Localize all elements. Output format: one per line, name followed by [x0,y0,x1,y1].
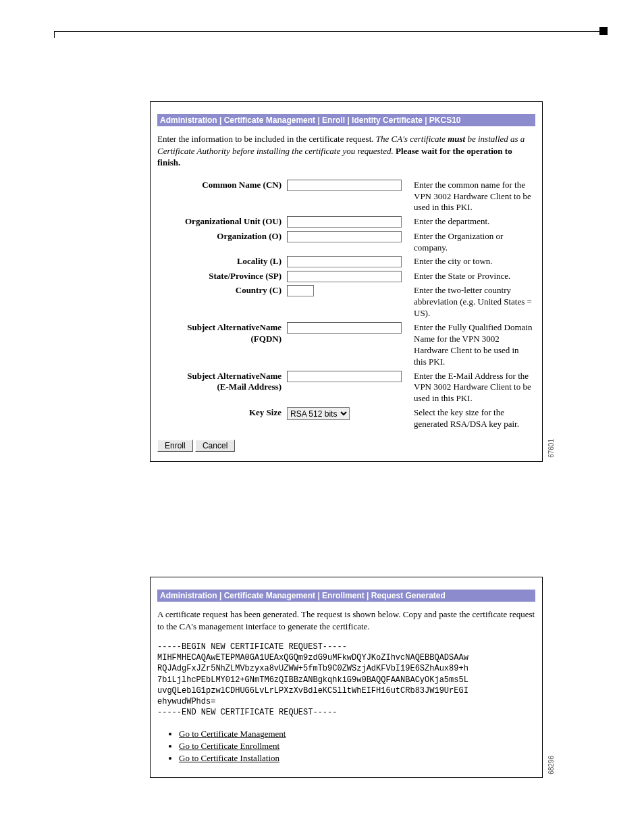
help-keysize: Select the key size for the generated RS… [411,406,535,432]
enroll-form: Common Name (CN) Enter the common name f… [157,178,535,432]
link-cert-mgmt[interactable]: Go to Certificate Management [179,729,286,739]
link-cert-enroll[interactable]: Go to Certificate Enrollment [179,741,279,751]
panel1-side-id: 67601 [547,439,555,458]
label-san-email-1: Subject AlternativeName [187,371,281,381]
list-item: Go to Certificate Installation [179,753,535,764]
panel2-title-bar: Administration | Certificate Management … [157,590,535,602]
input-o[interactable] [287,231,402,242]
input-cn[interactable] [287,180,402,191]
intro-must: must [448,134,465,144]
label-ou: Organizational Unit (OU) [157,215,284,229]
panel2-intro: A certificate request has been generated… [157,608,535,632]
input-l[interactable] [287,256,402,267]
panel1-title-bar: Administration | Certificate Management … [157,114,535,126]
label-san-fqdn-2: (FQDN) [251,334,282,344]
cancel-button[interactable]: Cancel [195,440,235,452]
input-c[interactable] [287,285,314,296]
label-san-email-2: (E-Mail Address) [217,382,281,392]
panel1-intro: Enter the information to be included in … [157,133,535,169]
help-l: Enter the city or town. [411,255,535,269]
label-l: Locality (L) [157,255,284,269]
intro-mid-a: The CA's certificate [376,134,448,144]
intro-pre: Enter the information to be included in … [157,134,376,144]
help-san-email: Enter the E-Mail Address for the VPN 300… [411,369,535,407]
select-keysize[interactable]: RSA 512 bits [287,407,350,420]
enroll-panel: Administration | Certificate Management … [150,101,543,462]
enroll-button[interactable]: Enroll [157,440,193,452]
link-cert-install[interactable]: Go to Certificate Installation [179,753,279,763]
help-san-fqdn: Enter the Fully Qualified Domain Name fo… [411,321,535,369]
help-ou: Enter the department. [411,215,535,229]
help-o: Enter the Organization or company. [411,230,535,255]
help-sp: Enter the State or Province. [411,269,535,284]
panel2-side-id: 68296 [547,756,555,775]
top-rule [54,31,603,41]
label-san-fqdn-1: Subject AlternativeName [187,322,281,332]
panel2-links: Go to Certificate Management Go to Certi… [179,729,535,764]
help-c: Enter the two-letter country abbreviatio… [411,284,535,321]
help-cn: Enter the common name for the VPN 3002 H… [411,178,535,215]
list-item: Go to Certificate Management [179,729,535,739]
input-sp[interactable] [287,271,402,282]
input-san-fqdn[interactable] [287,322,402,334]
list-item: Go to Certificate Enrollment [179,741,535,752]
label-o: Organization (O) [157,230,284,255]
input-ou[interactable] [287,216,402,228]
request-generated-panel: Administration | Certificate Management … [150,577,543,778]
label-sp: State/Province (SP) [157,269,284,284]
label-keysize: Key Size [157,406,284,432]
csr-text: -----BEGIN NEW CERTIFICATE REQUEST----- … [157,642,535,718]
label-c: Country (C) [157,284,284,321]
input-san-email[interactable] [287,371,402,382]
label-cn: Common Name (CN) [157,178,284,215]
